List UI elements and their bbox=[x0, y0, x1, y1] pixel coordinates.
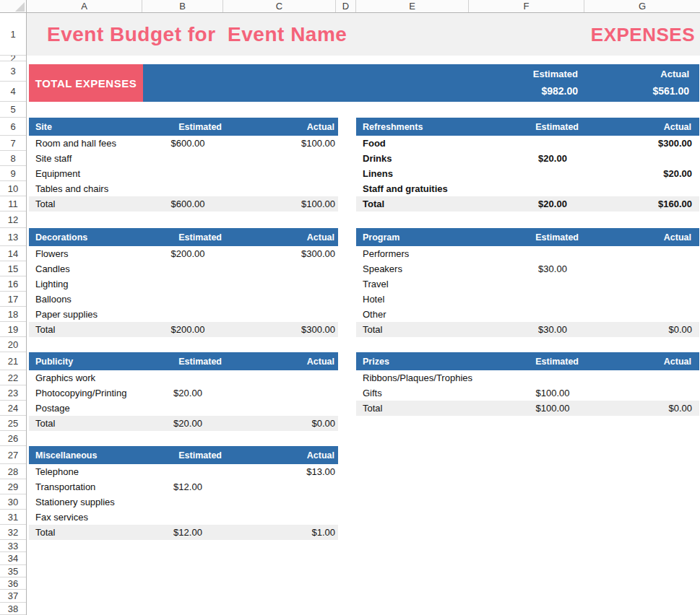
row-header-38[interactable]: 38 bbox=[0, 603, 26, 615]
total-estimated-cell[interactable]: $100.00 bbox=[469, 403, 584, 414]
item-label-cell[interactable]: Hotel bbox=[356, 294, 469, 305]
estimated-column-header[interactable]: Estimated bbox=[469, 122, 584, 132]
total-actual-cell[interactable]: $160.00 bbox=[584, 199, 699, 209]
column-header-f[interactable]: F bbox=[469, 0, 584, 12]
row-header-16[interactable]: 16 bbox=[0, 276, 26, 292]
row-header-31[interactable]: 31 bbox=[0, 510, 26, 525]
actual-cell[interactable]: $300.00 bbox=[223, 248, 338, 259]
total-label-cell[interactable]: Total bbox=[29, 324, 142, 335]
row-header-17[interactable]: 17 bbox=[0, 292, 26, 307]
total-estimated-cell[interactable]: $20.00 bbox=[469, 199, 584, 209]
actual-cell[interactable]: $13.00 bbox=[223, 466, 338, 477]
item-label-cell[interactable]: Travel bbox=[356, 279, 469, 289]
actual-column-header[interactable]: Actual bbox=[223, 450, 338, 461]
estimated-column-header[interactable]: Estimated bbox=[142, 122, 223, 132]
section-title[interactable]: Prizes bbox=[356, 357, 469, 367]
estimated-cell[interactable]: $100.00 bbox=[469, 388, 584, 398]
row-header-33[interactable]: 33 bbox=[0, 540, 26, 552]
item-label-cell[interactable]: Drinks bbox=[356, 153, 469, 164]
row-header-13[interactable]: 13 bbox=[0, 228, 26, 246]
total-actual-cell[interactable]: $0.00 bbox=[223, 418, 338, 429]
actual-cell[interactable]: $100.00 bbox=[223, 138, 338, 149]
item-label-cell[interactable]: Telephone bbox=[29, 466, 142, 477]
estimated-column-header[interactable]: Estimated bbox=[142, 450, 223, 461]
row-header-5[interactable]: 5 bbox=[0, 102, 26, 118]
item-label-cell[interactable]: Gifts bbox=[356, 388, 469, 398]
row-header-19[interactable]: 19 bbox=[0, 322, 26, 337]
item-label-cell[interactable]: Ribbons/Plaques/Trophies bbox=[356, 372, 472, 383]
select-all-button[interactable] bbox=[0, 0, 27, 13]
section-title[interactable]: Miscellaneous bbox=[29, 450, 142, 461]
sheet-title[interactable]: Event Budget for Event Name bbox=[47, 23, 347, 46]
item-label-cell[interactable]: Lighting bbox=[29, 279, 142, 289]
section-title[interactable]: Decorations bbox=[29, 232, 142, 243]
total-estimated-cell[interactable]: $30.00 bbox=[469, 324, 584, 335]
item-label-cell[interactable]: Postage bbox=[29, 403, 142, 414]
row-header-28[interactable]: 28 bbox=[0, 464, 26, 479]
item-label-cell[interactable]: Staff and gratuities bbox=[356, 183, 469, 194]
total-actual-cell[interactable]: $0.00 bbox=[584, 324, 699, 335]
item-label-cell[interactable]: Room and hall fees bbox=[29, 138, 142, 149]
item-label-cell[interactable]: Flowers bbox=[29, 248, 142, 259]
section-title[interactable]: Site bbox=[29, 122, 142, 132]
item-label-cell[interactable]: Linens bbox=[356, 168, 469, 179]
row-header-30[interactable]: 30 bbox=[0, 494, 26, 510]
actual-column-header[interactable]: Actual bbox=[223, 232, 338, 243]
column-header-d[interactable]: D bbox=[336, 0, 356, 12]
section-title[interactable]: Refreshments bbox=[356, 122, 469, 132]
row-header-26[interactable]: 26 bbox=[0, 431, 26, 446]
total-label-cell[interactable]: Total bbox=[29, 418, 142, 429]
estimated-cell[interactable]: $200.00 bbox=[142, 248, 223, 259]
item-label-cell[interactable]: Stationery supplies bbox=[29, 497, 142, 507]
row-header-8[interactable]: 8 bbox=[0, 151, 26, 166]
total-label-cell[interactable]: Total bbox=[356, 324, 469, 335]
row-header-23[interactable]: 23 bbox=[0, 385, 26, 401]
estimated-cell[interactable]: $30.00 bbox=[469, 263, 584, 274]
row-header-22[interactable]: 22 bbox=[0, 370, 26, 385]
actual-column-header[interactable]: Actual bbox=[223, 122, 338, 132]
row-header-18[interactable]: 18 bbox=[0, 307, 26, 322]
actual-cell[interactable]: $300.00 bbox=[584, 138, 699, 149]
actual-column-header[interactable]: Actual bbox=[584, 232, 699, 243]
item-label-cell[interactable]: Candles bbox=[29, 263, 142, 274]
estimated-cell[interactable]: $12.00 bbox=[142, 481, 223, 492]
total-label-cell[interactable]: Total bbox=[356, 403, 469, 414]
actual-column-header[interactable]: Actual bbox=[223, 357, 338, 367]
row-header-7[interactable]: 7 bbox=[0, 136, 26, 151]
total-label-cell[interactable]: Total bbox=[29, 199, 142, 209]
banner-estimated-label[interactable]: Estimated bbox=[533, 69, 578, 79]
item-label-cell[interactable]: Transportation bbox=[29, 481, 142, 492]
row-header-36[interactable]: 36 bbox=[0, 577, 26, 590]
banner-actual-value[interactable]: $561.00 bbox=[652, 85, 689, 97]
item-label-cell[interactable]: Graphics work bbox=[29, 372, 142, 383]
row-header-25[interactable]: 25 bbox=[0, 416, 26, 431]
total-actual-cell[interactable]: $0.00 bbox=[584, 403, 699, 414]
section-title[interactable]: Publicity bbox=[29, 357, 142, 367]
total-actual-cell[interactable]: $300.00 bbox=[223, 324, 338, 335]
row-header-12[interactable]: 12 bbox=[0, 211, 26, 228]
row-header-35[interactable]: 35 bbox=[0, 565, 26, 577]
item-label-cell[interactable]: Equipment bbox=[29, 168, 142, 179]
row-header-24[interactable]: 24 bbox=[0, 401, 26, 416]
total-estimated-cell[interactable]: $20.00 bbox=[142, 418, 223, 429]
item-label-cell[interactable]: Performers bbox=[356, 248, 469, 259]
item-label-cell[interactable]: Site staff bbox=[29, 153, 142, 164]
total-actual-cell[interactable]: $100.00 bbox=[223, 199, 338, 209]
actual-cell[interactable]: $20.00 bbox=[584, 168, 699, 179]
column-header-e[interactable]: E bbox=[356, 0, 469, 12]
row-header-20[interactable]: 20 bbox=[0, 337, 26, 352]
row-header-29[interactable]: 29 bbox=[0, 479, 26, 494]
row-header-14[interactable]: 14 bbox=[0, 246, 26, 261]
row-header-27[interactable]: 27 bbox=[0, 446, 26, 464]
total-estimated-cell[interactable]: $12.00 bbox=[142, 527, 223, 538]
total-estimated-cell[interactable]: $200.00 bbox=[142, 324, 223, 335]
item-label-cell[interactable]: Tables and chairs bbox=[29, 183, 142, 194]
row-header-34[interactable]: 34 bbox=[0, 552, 26, 565]
row-header-2[interactable]: 2 bbox=[0, 56, 26, 61]
item-label-cell[interactable]: Balloons bbox=[29, 294, 142, 305]
column-header-g[interactable]: G bbox=[584, 0, 700, 12]
row-header-32[interactable]: 32 bbox=[0, 525, 26, 540]
banner-estimated-value[interactable]: $982.00 bbox=[541, 85, 578, 97]
item-label-cell[interactable]: Paper supplies bbox=[29, 309, 142, 320]
item-label-cell[interactable]: Photocopying/Printing bbox=[29, 388, 142, 398]
